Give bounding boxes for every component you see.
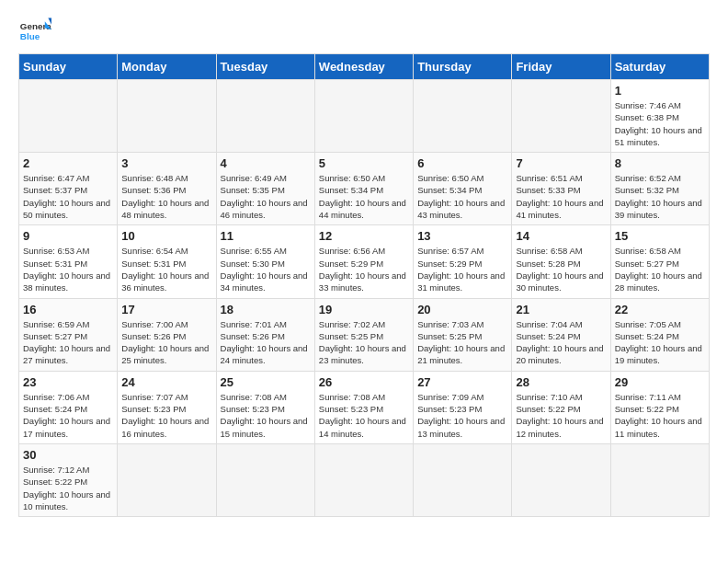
- day-info: Sunrise: 7:08 AM Sunset: 5:23 PM Dayligh…: [319, 391, 409, 440]
- day-number: 4: [221, 156, 311, 170]
- day-number: 8: [615, 156, 705, 170]
- day-number: 11: [221, 229, 311, 243]
- calendar-cell: 4Sunrise: 6:49 AM Sunset: 5:35 PM Daylig…: [216, 153, 314, 225]
- calendar-cell: 10Sunrise: 6:54 AM Sunset: 5:31 PM Dayli…: [118, 225, 216, 298]
- day-info: Sunrise: 6:53 AM Sunset: 5:31 PM Dayligh…: [23, 245, 113, 293]
- day-number: 12: [319, 229, 409, 243]
- calendar-week-row: 23Sunrise: 7:06 AM Sunset: 5:24 PM Dayli…: [19, 371, 710, 443]
- calendar-cell: 22Sunrise: 7:05 AM Sunset: 5:24 PM Dayli…: [610, 298, 709, 371]
- day-info: Sunrise: 6:54 AM Sunset: 5:31 PM Dayligh…: [121, 245, 211, 293]
- calendar-cell: 29Sunrise: 7:11 AM Sunset: 5:22 PM Dayli…: [610, 371, 709, 443]
- logo: General Blue: [18, 15, 51, 48]
- calendar-cell: 28Sunrise: 7:10 AM Sunset: 5:22 PM Dayli…: [512, 371, 610, 443]
- calendar-cell: [512, 80, 610, 153]
- day-number: 17: [121, 303, 211, 316]
- calendar-cell: 11Sunrise: 6:55 AM Sunset: 5:30 PM Dayli…: [216, 225, 314, 298]
- day-info: Sunrise: 7:05 AM Sunset: 5:24 PM Dayligh…: [615, 318, 705, 367]
- calendar-week-row: 9Sunrise: 6:53 AM Sunset: 5:31 PM Daylig…: [19, 225, 710, 298]
- day-info: Sunrise: 7:02 AM Sunset: 5:25 PM Dayligh…: [319, 318, 409, 367]
- generalblue-logo-icon: General Blue: [18, 15, 51, 48]
- calendar-week-row: 1Sunrise: 7:46 AM Sunset: 6:38 PM Daylig…: [19, 80, 710, 153]
- day-info: Sunrise: 7:06 AM Sunset: 5:24 PM Dayligh…: [23, 391, 113, 440]
- calendar-cell: 15Sunrise: 6:58 AM Sunset: 5:27 PM Dayli…: [610, 225, 709, 298]
- day-number: 5: [319, 156, 409, 170]
- day-number: 9: [23, 229, 113, 243]
- day-number: 21: [516, 303, 606, 316]
- day-number: 16: [23, 303, 113, 316]
- weekday-header-saturday: Saturday: [610, 54, 709, 80]
- day-number: 3: [121, 156, 211, 170]
- day-info: Sunrise: 7:08 AM Sunset: 5:23 PM Dayligh…: [221, 391, 311, 440]
- day-number: 20: [417, 303, 507, 316]
- weekday-header-wednesday: Wednesday: [314, 54, 413, 80]
- calendar-cell: 7Sunrise: 6:51 AM Sunset: 5:33 PM Daylig…: [512, 153, 610, 225]
- calendar-cell: 30Sunrise: 7:12 AM Sunset: 5:22 PM Dayli…: [19, 443, 118, 516]
- day-info: Sunrise: 6:58 AM Sunset: 5:28 PM Dayligh…: [516, 245, 606, 293]
- day-info: Sunrise: 6:57 AM Sunset: 5:29 PM Dayligh…: [417, 245, 507, 293]
- svg-text:Blue: Blue: [20, 31, 40, 41]
- calendar-week-row: 30Sunrise: 7:12 AM Sunset: 5:22 PM Dayli…: [19, 443, 710, 516]
- day-info: Sunrise: 7:46 AM Sunset: 6:38 PM Dayligh…: [615, 99, 705, 148]
- calendar-cell: 27Sunrise: 7:09 AM Sunset: 5:23 PM Dayli…: [414, 371, 512, 443]
- calendar-cell: 26Sunrise: 7:08 AM Sunset: 5:23 PM Dayli…: [314, 371, 413, 443]
- weekday-header-thursday: Thursday: [414, 54, 512, 80]
- calendar-week-row: 2Sunrise: 6:47 AM Sunset: 5:37 PM Daylig…: [19, 153, 710, 225]
- calendar-cell: 24Sunrise: 7:07 AM Sunset: 5:23 PM Dayli…: [118, 371, 216, 443]
- weekday-header-sunday: Sunday: [19, 54, 118, 80]
- day-info: Sunrise: 6:48 AM Sunset: 5:36 PM Dayligh…: [121, 172, 211, 221]
- calendar-cell: [610, 443, 709, 516]
- calendar-cell: 21Sunrise: 7:04 AM Sunset: 5:24 PM Dayli…: [512, 298, 610, 371]
- day-number: 10: [121, 229, 211, 243]
- calendar-cell: 8Sunrise: 6:52 AM Sunset: 5:32 PM Daylig…: [610, 153, 709, 225]
- day-number: 22: [615, 303, 705, 316]
- day-number: 13: [417, 229, 507, 243]
- calendar-cell: 23Sunrise: 7:06 AM Sunset: 5:24 PM Dayli…: [19, 371, 118, 443]
- calendar-cell: [414, 80, 512, 153]
- day-number: 28: [516, 375, 606, 389]
- calendar-cell: [512, 443, 610, 516]
- calendar-table: SundayMondayTuesdayWednesdayThursdayFrid…: [18, 53, 710, 517]
- weekday-header-friday: Friday: [512, 54, 610, 80]
- calendar-cell: 2Sunrise: 6:47 AM Sunset: 5:37 PM Daylig…: [19, 153, 118, 225]
- day-info: Sunrise: 6:52 AM Sunset: 5:32 PM Dayligh…: [615, 172, 705, 221]
- day-info: Sunrise: 7:11 AM Sunset: 5:22 PM Dayligh…: [615, 391, 705, 440]
- day-info: Sunrise: 6:47 AM Sunset: 5:37 PM Dayligh…: [23, 172, 113, 221]
- day-info: Sunrise: 7:01 AM Sunset: 5:26 PM Dayligh…: [221, 318, 311, 367]
- day-info: Sunrise: 6:50 AM Sunset: 5:34 PM Dayligh…: [319, 172, 409, 221]
- day-info: Sunrise: 7:07 AM Sunset: 5:23 PM Dayligh…: [121, 391, 211, 440]
- calendar-cell: 20Sunrise: 7:03 AM Sunset: 5:25 PM Dayli…: [414, 298, 512, 371]
- calendar-cell: 14Sunrise: 6:58 AM Sunset: 5:28 PM Dayli…: [512, 225, 610, 298]
- day-info: Sunrise: 7:03 AM Sunset: 5:25 PM Dayligh…: [417, 318, 507, 367]
- day-info: Sunrise: 6:51 AM Sunset: 5:33 PM Dayligh…: [516, 172, 606, 221]
- calendar-cell: 3Sunrise: 6:48 AM Sunset: 5:36 PM Daylig…: [118, 153, 216, 225]
- day-number: 25: [221, 375, 311, 389]
- day-number: 23: [23, 375, 113, 389]
- calendar-week-row: 16Sunrise: 6:59 AM Sunset: 5:27 PM Dayli…: [19, 298, 710, 371]
- calendar-cell: 18Sunrise: 7:01 AM Sunset: 5:26 PM Dayli…: [216, 298, 314, 371]
- day-number: 7: [516, 156, 606, 170]
- day-number: 29: [615, 375, 705, 389]
- calendar-cell: 19Sunrise: 7:02 AM Sunset: 5:25 PM Dayli…: [314, 298, 413, 371]
- day-number: 24: [121, 375, 211, 389]
- calendar-cell: 16Sunrise: 6:59 AM Sunset: 5:27 PM Dayli…: [19, 298, 118, 371]
- weekday-header-monday: Monday: [118, 54, 216, 80]
- calendar-cell: [314, 443, 413, 516]
- day-info: Sunrise: 6:50 AM Sunset: 5:34 PM Dayligh…: [417, 172, 507, 221]
- calendar-cell: 6Sunrise: 6:50 AM Sunset: 5:34 PM Daylig…: [414, 153, 512, 225]
- day-info: Sunrise: 7:10 AM Sunset: 5:22 PM Dayligh…: [516, 391, 606, 440]
- day-number: 18: [221, 303, 311, 316]
- day-number: 27: [417, 375, 507, 389]
- calendar-cell: 17Sunrise: 7:00 AM Sunset: 5:26 PM Dayli…: [118, 298, 216, 371]
- calendar-cell: [118, 443, 216, 516]
- calendar-cell: [414, 443, 512, 516]
- calendar-cell: [118, 80, 216, 153]
- day-info: Sunrise: 6:49 AM Sunset: 5:35 PM Dayligh…: [221, 172, 311, 221]
- day-info: Sunrise: 7:09 AM Sunset: 5:23 PM Dayligh…: [417, 391, 507, 440]
- day-info: Sunrise: 7:04 AM Sunset: 5:24 PM Dayligh…: [516, 318, 606, 367]
- day-number: 14: [516, 229, 606, 243]
- day-number: 6: [417, 156, 507, 170]
- calendar-cell: [216, 80, 314, 153]
- calendar-cell: [314, 80, 413, 153]
- day-number: 1: [615, 84, 705, 98]
- weekday-header-tuesday: Tuesday: [216, 54, 314, 80]
